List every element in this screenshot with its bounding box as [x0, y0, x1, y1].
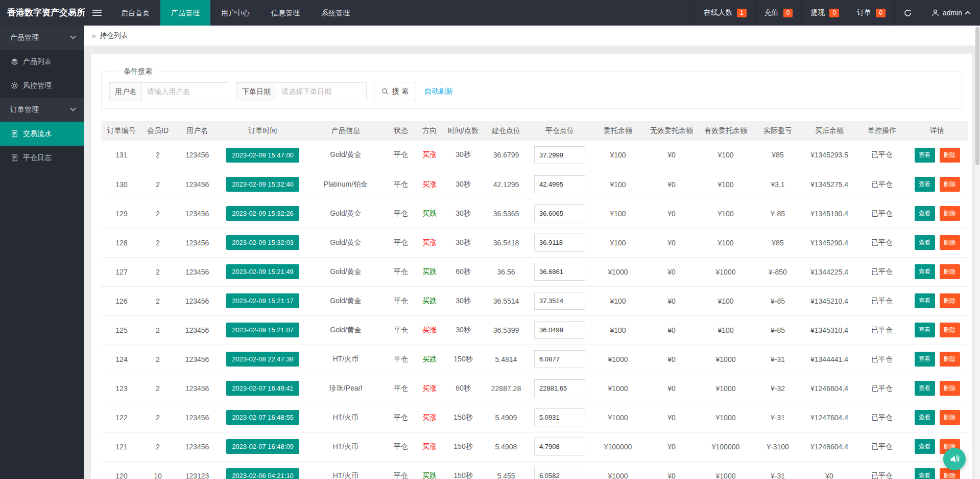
- sidebar-item-product-list[interactable]: 产品列表: [0, 50, 84, 74]
- view-button[interactable]: 查看: [915, 177, 935, 192]
- order-time-button[interactable]: 2023-02-06 04:21:10: [226, 468, 299, 479]
- sidebar-section-orders[interactable]: 订单管理: [0, 98, 84, 122]
- nav-tab-products[interactable]: 产品管理: [160, 0, 210, 26]
- balance-after-cell: ¥1248604.4: [801, 432, 857, 461]
- auto-refresh-link[interactable]: 自动刷新: [424, 87, 453, 96]
- table-row: 12821234562023-02-09 15:32:03Gold/黄金平仓买涨…: [101, 228, 968, 257]
- stat-label: 充值: [764, 8, 779, 17]
- order-time-button[interactable]: 2023-02-09 15:21:49: [226, 264, 299, 279]
- order-time-button[interactable]: 2023-02-07 16:48:09: [226, 439, 299, 454]
- username-input[interactable]: [141, 82, 228, 101]
- close-point-input[interactable]: [534, 321, 585, 339]
- table-row: 12621234562023-02-09 15:21:17Gold/黄金平仓买跌…: [101, 286, 968, 315]
- delete-button[interactable]: 删除: [940, 206, 960, 221]
- view-button[interactable]: 查看: [915, 206, 935, 221]
- delete-button[interactable]: 删除: [940, 293, 960, 308]
- order-time-button[interactable]: 2023-02-08 22:47:38: [226, 352, 299, 367]
- order-time-button[interactable]: 2023-02-09 15:21:07: [226, 323, 299, 337]
- balance-after-cell: ¥1345290.4: [801, 228, 857, 257]
- sidebar-item-trade-flow[interactable]: 交易流水: [0, 122, 84, 146]
- delete-button[interactable]: 删除: [940, 323, 960, 337]
- product-cell: Gold/黄金: [305, 257, 387, 286]
- menu-toggle-icon[interactable]: [84, 0, 110, 26]
- direction-up-label: 买涨: [422, 326, 437, 334]
- delete-button[interactable]: 删除: [940, 177, 960, 192]
- order-time-cell: 2023-02-09 15:32:03: [221, 228, 305, 257]
- duration-cell: 30秒: [444, 286, 483, 315]
- order-time-button[interactable]: 2023-02-09 15:21:17: [226, 293, 299, 308]
- close-point-input[interactable]: [534, 438, 585, 455]
- delete-button[interactable]: 删除: [940, 410, 960, 425]
- delete-button[interactable]: 删除: [940, 235, 960, 250]
- stat-online-users[interactable]: 在线人数 1: [695, 0, 755, 26]
- valid-entrust-cell: ¥100: [697, 170, 754, 199]
- order-date-input[interactable]: [276, 82, 367, 101]
- member-id-cell: 2: [142, 432, 174, 461]
- table-row: 12121234562023-02-07 16:48:09HT/火币平仓买涨15…: [101, 432, 968, 461]
- sidebar-item-risk-control[interactable]: 风控管理: [0, 74, 84, 98]
- sidebar-item-close-log[interactable]: 平仓日志: [0, 146, 84, 170]
- stat-orders[interactable]: 订单 0: [848, 0, 894, 26]
- floating-audio-button[interactable]: [943, 448, 966, 470]
- order-time-button[interactable]: 2023-02-07 16:48:55: [226, 410, 299, 425]
- nav-tab-users[interactable]: 用户中心: [210, 0, 260, 26]
- column-header: 委托余额: [590, 121, 646, 141]
- refresh-icon[interactable]: [894, 0, 921, 26]
- open-point-cell: 36.5514: [483, 286, 530, 315]
- order-time-button[interactable]: 2023-02-09 15:32:26: [226, 206, 299, 221]
- close-point-input[interactable]: [534, 204, 585, 222]
- duration-cell: 150秒: [444, 461, 483, 479]
- close-point-cell: [530, 461, 590, 479]
- delete-button[interactable]: 删除: [940, 264, 960, 279]
- delete-button[interactable]: 删除: [940, 381, 960, 396]
- close-point-input[interactable]: [534, 263, 585, 281]
- member-id-cell: 2: [142, 141, 174, 170]
- sidebar-section-products[interactable]: 产品管理: [0, 26, 84, 50]
- delete-button[interactable]: 删除: [940, 148, 960, 163]
- scrollbar-thumb[interactable]: [975, 27, 979, 165]
- username-cell: 123456: [174, 403, 221, 432]
- search-button[interactable]: 搜 索: [374, 82, 416, 101]
- valid-entrust-cell: ¥100: [697, 141, 754, 170]
- open-point-cell: 36.6799: [483, 141, 530, 170]
- view-button[interactable]: 查看: [915, 410, 935, 425]
- close-point-input[interactable]: [534, 234, 585, 252]
- order-time-button[interactable]: 2023-02-09 15:32:03: [226, 235, 299, 250]
- close-point-cell: [530, 286, 590, 315]
- view-button[interactable]: 查看: [915, 381, 935, 396]
- entrust-balance-cell: ¥100: [590, 315, 646, 345]
- view-button[interactable]: 查看: [915, 468, 935, 479]
- product-cell: Gold/黄金: [305, 228, 387, 257]
- profit-cell: ¥3.1: [754, 170, 801, 199]
- table-header-row: 订单编号会员ID用户名订单时间产品信息状态方向时间/点数建仓点位平仓点位委托余额…: [101, 121, 968, 141]
- order-time-button[interactable]: 2023-02-09 15:47:00: [226, 148, 299, 163]
- order-time-button[interactable]: 2023-02-09 15:32:40: [226, 177, 299, 192]
- nav-tab-system[interactable]: 系统管理: [310, 0, 361, 26]
- close-point-cell: [530, 170, 590, 199]
- close-point-input[interactable]: [534, 408, 585, 426]
- nav-tab-info[interactable]: 信息管理: [260, 0, 310, 26]
- direction-up-label: 买涨: [422, 442, 437, 450]
- view-button[interactable]: 查看: [915, 148, 935, 163]
- content-area: 条件搜索 用户名 下单日期 搜 索 自动刷新: [84, 46, 980, 479]
- column-header: 无效委托余额: [646, 121, 697, 141]
- close-point-input[interactable]: [534, 146, 585, 164]
- close-point-input[interactable]: [534, 292, 585, 310]
- view-button[interactable]: 查看: [915, 323, 935, 337]
- view-button[interactable]: 查看: [915, 235, 935, 250]
- user-menu[interactable]: admin: [921, 0, 980, 26]
- view-button[interactable]: 查看: [915, 352, 935, 367]
- close-point-input[interactable]: [534, 175, 585, 193]
- stat-deposits[interactable]: 充值 0: [755, 0, 802, 26]
- delete-button[interactable]: 删除: [940, 352, 960, 367]
- order-time-button[interactable]: 2023-02-07 16:49:41: [226, 381, 299, 396]
- nav-tab-home[interactable]: 后台首页: [110, 0, 160, 26]
- stat-withdrawals[interactable]: 提现 0: [801, 0, 848, 26]
- close-point-input[interactable]: [534, 379, 585, 397]
- close-point-input[interactable]: [534, 350, 585, 368]
- close-point-input[interactable]: [534, 467, 585, 479]
- column-header: 订单时间: [221, 121, 305, 141]
- view-button[interactable]: 查看: [915, 439, 935, 454]
- view-button[interactable]: 查看: [915, 293, 935, 308]
- view-button[interactable]: 查看: [915, 264, 935, 279]
